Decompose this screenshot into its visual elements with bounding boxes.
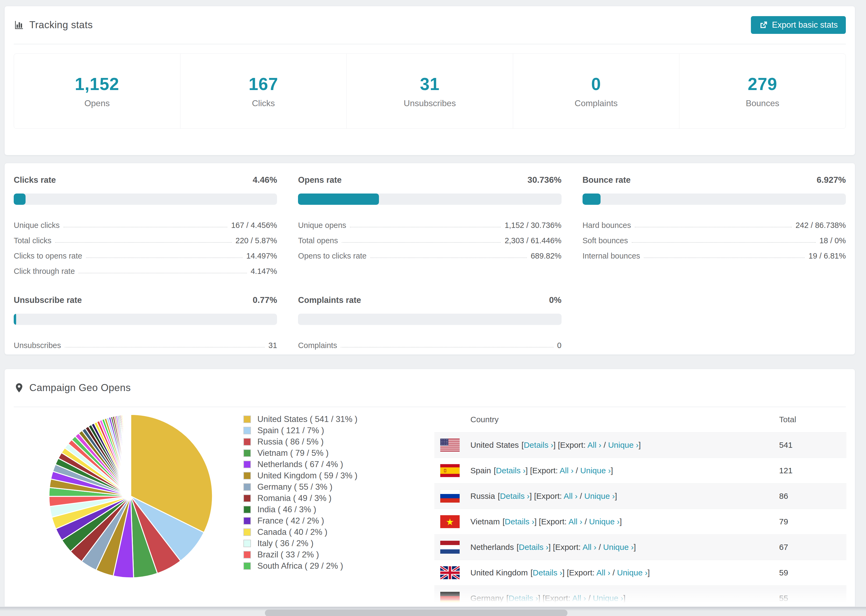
rate-row: Hard bounces242 / 86.738% (583, 214, 846, 230)
export-prefix: ] [Export: (548, 543, 583, 552)
legend-swatch (243, 517, 251, 525)
legend-swatch (243, 438, 251, 446)
rate-name: Unsubscribe rate (14, 295, 82, 305)
total-column-header: Total (779, 415, 846, 424)
rate-value: 30.736% (527, 175, 561, 185)
export-icon (759, 20, 768, 30)
legend-label: United Kingdom ( 59 / 3% ) (257, 471, 357, 481)
dotted-leader (370, 258, 527, 258)
legend-label: South Africa ( 29 / 2% ) (257, 561, 343, 571)
country-name: United States (471, 440, 519, 449)
export-all-link[interactable]: All › (587, 440, 601, 449)
rate-row-label: Complaints (298, 341, 337, 350)
legend-swatch (243, 460, 251, 468)
table-row-nl: Netherlands[Details ›] [Export: All › / … (435, 534, 846, 560)
geo-title: Campaign Geo Opens (29, 382, 131, 393)
rate-row-value: 1,152 / 30.736% (505, 221, 561, 230)
table-row-us: United States[Details ›] [Export: All › … (435, 432, 846, 458)
kpi-value: 167 (249, 74, 279, 94)
export-prefix: ] [Export: (538, 594, 572, 603)
rate-row-value: 4.147% (251, 267, 277, 276)
rate-row: Total clicks220 / 5.87% (14, 230, 277, 245)
details-link[interactable]: Details › (519, 543, 548, 552)
legend-item-russia: Russia ( 86 / 5% ) (243, 436, 357, 448)
table-row-es: Spain[Details ›] [Export: All › / Unique… (435, 458, 846, 483)
export-all-link[interactable]: All › (568, 517, 583, 526)
bracket: ] (634, 543, 636, 552)
horizontal-scrollbar[interactable] (265, 610, 567, 616)
export-unique-link[interactable]: Unique › (580, 466, 611, 475)
bracket: [ (531, 568, 532, 577)
de-flag-icon (440, 592, 460, 605)
kpi-complaints: 0Complaints (513, 54, 680, 129)
dotted-leader (55, 242, 231, 243)
geo-header: Campaign Geo Opens (5, 369, 855, 407)
dotted-leader (341, 347, 553, 347)
details-link[interactable]: Details › (496, 466, 526, 475)
export-unique-link[interactable]: Unique › (589, 517, 619, 526)
geo-table: Country Total United States[Details ›] [… (435, 407, 846, 607)
legend-swatch (243, 415, 251, 423)
dotted-leader (342, 242, 501, 243)
rate-row-value: 14.497% (246, 251, 277, 261)
rates-grid: Clicks rate4.46%Unique clicks167 / 4.456… (5, 163, 855, 350)
export-unique-link[interactable]: Unique › (608, 440, 638, 449)
dotted-leader (79, 273, 247, 273)
export-basic-stats-button[interactable]: Export basic stats (751, 16, 846, 34)
export-prefix: ] [Export: (553, 440, 587, 449)
rate-row-value: 0 (557, 341, 562, 350)
kpi-value: 279 (748, 74, 777, 94)
progress-bar (298, 314, 561, 325)
rate-row: Complaints0 (298, 335, 561, 350)
rate-row-label: Total clicks (14, 236, 51, 245)
country-name: Netherlands (471, 543, 514, 552)
rate-row-label: Internal bounces (583, 251, 640, 261)
rates-card: Clicks rate4.46%Unique clicks167 / 4.456… (4, 163, 855, 355)
kpi-value: 31 (420, 74, 439, 94)
legend-swatch (243, 506, 251, 513)
legend-label: Russia ( 86 / 5% ) (257, 437, 324, 447)
separator: / (574, 466, 580, 475)
rate-name: Clicks rate (14, 175, 56, 185)
legend-item-brazil: Brazil ( 33 / 2% ) (243, 549, 357, 560)
dotted-leader (635, 227, 792, 227)
details-link[interactable]: Details › (505, 517, 534, 526)
export-unique-link[interactable]: Unique › (603, 543, 634, 552)
kpi-label: Clicks (252, 98, 275, 108)
rate-row-label: Total opens (298, 236, 338, 245)
progress-bar (583, 193, 846, 205)
export-all-link[interactable]: All › (572, 594, 586, 603)
details-link[interactable]: Details › (533, 568, 562, 577)
bracket: [ (516, 543, 519, 552)
export-all-link[interactable]: All › (560, 466, 574, 475)
rate-row-value: 167 / 4.456% (231, 221, 277, 230)
export-unique-link[interactable]: Unique › (584, 492, 615, 500)
bracket: ] (615, 492, 617, 500)
legend-swatch (243, 427, 251, 434)
country-cell: Germany[Details ›] [Export: All › / Uniq… (471, 594, 779, 603)
legend-swatch (243, 483, 251, 491)
kpi-value: 0 (591, 74, 601, 94)
table-row-vn: Vietnam[Details ›] [Export: All › / Uniq… (435, 509, 846, 534)
export-all-link[interactable]: All › (597, 568, 611, 577)
details-link[interactable]: Details › (524, 440, 553, 449)
export-unique-link[interactable]: Unique › (617, 568, 647, 577)
kpi-strip: 1,152Opens167Clicks31Unsubscribes0Compla… (14, 53, 846, 129)
kpi-label: Complaints (575, 98, 618, 108)
legend-label: France ( 42 / 2% ) (257, 516, 324, 526)
export-all-link[interactable]: All › (564, 492, 578, 500)
kpi-bounces: 279Bounces (679, 54, 846, 129)
rate-row-value: 31 (268, 341, 277, 350)
map-pin-icon (14, 382, 24, 393)
rate-section-complaints-rate: Complaints rate0%Complaints0 (298, 276, 561, 350)
rate-row-label: Click through rate (14, 267, 75, 276)
separator: / (578, 492, 584, 500)
legend-item-spain: Spain ( 121 / 7% ) (243, 425, 357, 436)
details-link[interactable]: Details › (500, 492, 529, 500)
export-all-link[interactable]: All › (583, 543, 597, 552)
legend-label: Romania ( 49 / 3% ) (257, 493, 332, 503)
total-value: 79 (779, 517, 846, 526)
details-link[interactable]: Details › (509, 594, 538, 603)
rate-row: Unique opens1,152 / 30.736% (298, 214, 561, 230)
export-unique-link[interactable]: Unique › (593, 594, 623, 603)
